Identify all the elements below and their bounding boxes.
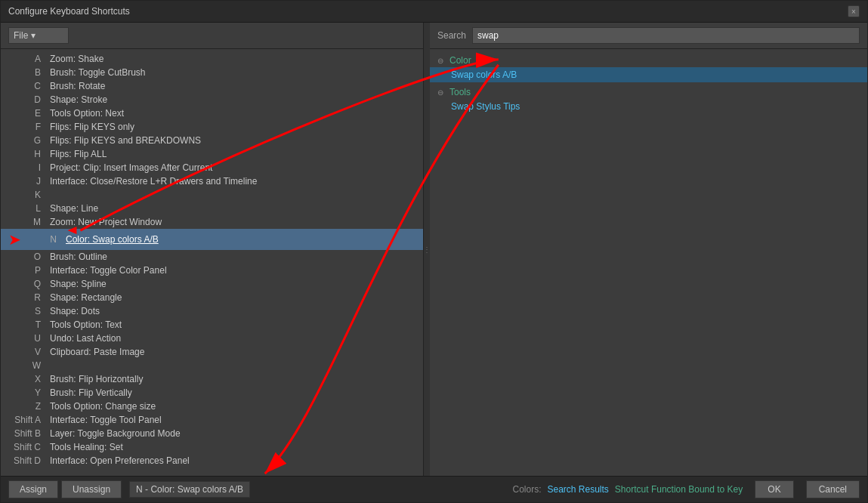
shortcut-row[interactable]: HFlips: Flip ALL [1, 147, 423, 161]
collapse-icon: ⊖ [437, 88, 446, 97]
left-header: File ▾ [1, 23, 423, 49]
shortcut-row[interactable]: ➤NColor: Swap colors A/B [1, 229, 423, 250]
shortcut-key: Shift A [8, 415, 50, 425]
shortcut-function: Interface: Toggle Tool Panel [50, 415, 162, 425]
shortcut-key: Q [8, 279, 50, 289]
shortcut-function: Tools Healing: Set [50, 442, 123, 452]
shortcut-row[interactable]: RShape: Rectangle [1, 291, 423, 304]
search-label: Search [437, 30, 466, 41]
shortcut-function: Clipboard: Paste Image [50, 347, 144, 357]
group-label: Color [449, 55, 471, 66]
group-label: Tools [449, 87, 471, 97]
shortcut-row[interactable]: MZoom: New Project Window [1, 215, 423, 229]
shortcut-function: Shape: Stroke [50, 94, 107, 105]
assigned-info: N - Color: Swap colors A/B [129, 481, 250, 498]
file-dropdown[interactable]: File ▾ [8, 27, 69, 44]
close-button[interactable]: × [848, 5, 860, 17]
shortcut-row[interactable]: DShape: Stroke [1, 93, 423, 106]
search-input[interactable] [472, 27, 860, 44]
shortcut-row[interactable]: PInterface: Toggle Color Panel [1, 264, 423, 277]
shortcut-row[interactable]: QShape: Spline [1, 277, 423, 291]
tree-group-header[interactable]: ⊖Tools [430, 85, 867, 99]
shortcuts-list[interactable]: AZoom: ShakeBBrush: Toggle CutBrushCBrus… [1, 49, 423, 476]
shortcut-function: Flips: Flip KEYS only [50, 122, 134, 132]
tree-item-text: Swap Stylus Tips [451, 101, 520, 112]
shortcut-row[interactable]: IProject: Clip: Insert Images After Curr… [1, 161, 423, 174]
colors-label: Colors: [512, 484, 541, 495]
shortcut-key: F [8, 122, 50, 132]
shortcut-function: Brush: Toggle CutBrush [50, 67, 146, 78]
shortcut-row[interactable]: VClipboard: Paste Image [1, 345, 423, 359]
tree-group-header[interactable]: ⊖Color [430, 54, 867, 67]
shortcut-key: K [8, 190, 50, 200]
shortcut-row[interactable]: W [1, 359, 423, 372]
shortcut-bound-key-label: Shortcut Function Bound to Key [615, 484, 743, 495]
shortcut-row[interactable]: CBrush: Rotate [1, 79, 423, 93]
shortcut-key: N [24, 234, 66, 245]
shortcut-function: Brush: Flip Horizontally [50, 374, 143, 384]
bottom-labels: Colors: Search Results Shortcut Function… [512, 484, 743, 495]
shortcut-key: D [8, 94, 50, 105]
arrow-indicator: ➤ [8, 230, 21, 248]
search-bar: Search [430, 23, 867, 49]
shortcut-row[interactable]: JInterface: Close/Restore L+R Drawers an… [1, 174, 423, 188]
shortcut-key: P [8, 265, 50, 276]
main-content: File ▾ AZoom: ShakeBBrush: Toggle CutBru… [1, 23, 867, 476]
shortcut-row[interactable]: Shift AInterface: Toggle Tool Panel [1, 413, 423, 427]
shortcut-key: I [8, 162, 50, 173]
cancel-button[interactable]: Cancel [806, 480, 860, 498]
shortcut-key: C [8, 81, 50, 91]
shortcut-key: U [8, 333, 50, 344]
left-panel: File ▾ AZoom: ShakeBBrush: Toggle CutBru… [1, 23, 424, 476]
shortcut-row[interactable]: BBrush: Toggle CutBrush [1, 66, 423, 79]
shortcut-row[interactable]: Shift BLayer: Toggle Background Mode [1, 427, 423, 440]
shortcut-row[interactable]: Shift CTools Healing: Set [1, 440, 423, 454]
dialog-title: Configure Keyboard Shortcuts [8, 6, 130, 17]
tree-item[interactable]: Swap colors A/B [430, 67, 867, 82]
shortcut-row[interactable]: ETools Option: Next [1, 106, 423, 120]
shortcut-function: Interface: Close/Restore L+R Drawers and… [50, 176, 257, 187]
shortcut-key: G [8, 135, 50, 146]
shortcut-function: Brush: Outline [50, 252, 107, 262]
shortcut-key: O [8, 252, 50, 262]
shortcut-row[interactable]: XBrush: Flip Horizontally [1, 372, 423, 386]
tree-group: ⊖ToolsSwap Stylus Tips [430, 84, 867, 116]
assign-button[interactable]: Assign [8, 480, 58, 498]
shortcut-key: B [8, 67, 50, 78]
shortcut-row[interactable]: Shift DInterface: Open Preferences Panel [1, 454, 423, 468]
shortcut-function: Brush: Flip Vertically [50, 387, 132, 398]
shortcut-row[interactable]: AZoom: Shake [1, 52, 423, 66]
shortcut-row[interactable]: YBrush: Flip Vertically [1, 386, 423, 400]
shortcut-row[interactable]: ZTools Option: Change size [1, 400, 423, 413]
shortcut-function: Project: Clip: Insert Images After Curre… [50, 162, 212, 173]
unassign-button[interactable]: Unassign [61, 480, 122, 498]
shortcut-function: Shape: Spline [50, 279, 107, 289]
tree-group: ⊖ColorSwap colors A/B [430, 52, 867, 84]
search-results-link[interactable]: Search Results [547, 484, 608, 495]
shortcut-key: V [8, 347, 50, 357]
shortcut-key: S [8, 306, 50, 316]
shortcut-function: Tools Option: Text [50, 319, 122, 330]
shortcut-row[interactable]: UUndo: Last Action [1, 332, 423, 345]
title-bar: Configure Keyboard Shortcuts × [1, 1, 867, 23]
panel-divider[interactable]: ⋮ [424, 23, 430, 476]
shortcut-row[interactable]: LShape: Line [1, 202, 423, 215]
bottom-bar: Assign Unassign N - Color: Swap colors A… [1, 476, 867, 502]
tree-item-text: Swap colors A/B [451, 69, 517, 80]
shortcut-row[interactable]: GFlips: Flip KEYS and BREAKDOWNS [1, 134, 423, 147]
shortcut-row[interactable]: OBrush: Outline [1, 250, 423, 264]
shortcut-row[interactable]: K [1, 188, 423, 202]
shortcut-key: T [8, 319, 50, 330]
bottom-left: Assign Unassign N - Color: Swap colors A… [8, 480, 250, 498]
shortcut-key: E [8, 108, 50, 119]
shortcut-key: X [8, 374, 50, 384]
shortcut-key: H [8, 149, 50, 159]
shortcut-function: Shape: Dots [50, 306, 100, 316]
shortcut-row[interactable]: SShape: Dots [1, 304, 423, 318]
shortcut-row[interactable]: TTools Option: Text [1, 318, 423, 332]
shortcut-row[interactable]: FFlips: Flip KEYS only [1, 120, 423, 134]
shortcut-key: R [8, 292, 50, 303]
tree-item[interactable]: Swap Stylus Tips [430, 99, 867, 114]
shortcut-function: Flips: Flip KEYS and BREAKDOWNS [50, 135, 201, 146]
ok-button[interactable]: OK [755, 480, 793, 498]
